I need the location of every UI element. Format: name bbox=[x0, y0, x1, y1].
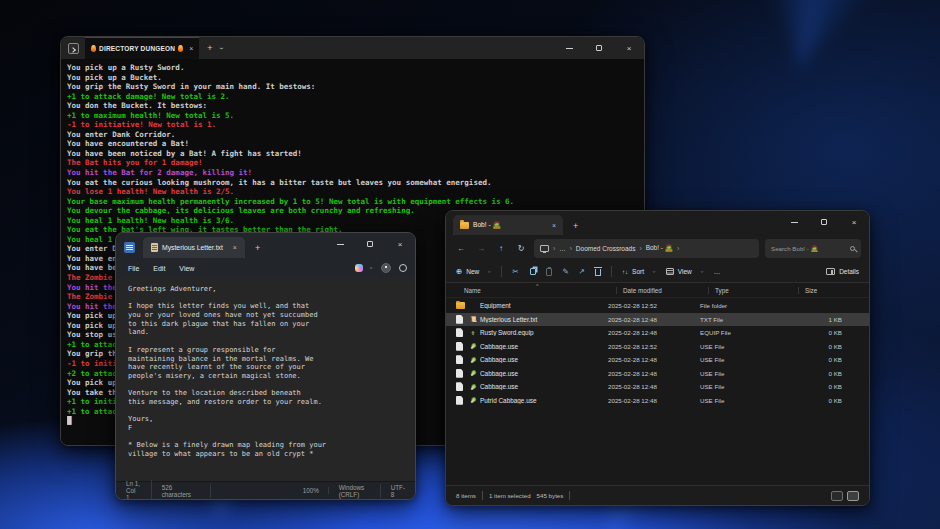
maximize-icon bbox=[367, 241, 373, 247]
forward-button[interactable]: → bbox=[474, 244, 488, 253]
close-button[interactable]: × bbox=[385, 233, 415, 255]
chevron-down-icon[interactable]: › bbox=[217, 47, 224, 49]
chevron-right-icon: › bbox=[570, 245, 572, 252]
close-button[interactable]: × bbox=[614, 37, 644, 59]
file-emoji: 🥬 bbox=[470, 357, 480, 363]
minimize-button[interactable] bbox=[325, 233, 355, 255]
file-name: Cabbage.use bbox=[480, 343, 608, 350]
tab-close-icon[interactable]: × bbox=[552, 222, 556, 229]
terminal-line: You grip the Rusty Sword in your main ha… bbox=[67, 82, 640, 92]
close-button[interactable]: × bbox=[839, 211, 869, 233]
terminal-line: You don the Bucket. It bestows: bbox=[67, 101, 640, 111]
details-button[interactable]: Details bbox=[839, 268, 859, 275]
breadcrumb[interactable]: › … › Doomed Crossroads › Bob! - 🧟 › bbox=[534, 239, 759, 258]
notepad-line: Venture to the location described beneat… bbox=[128, 389, 405, 398]
chevron-down-icon[interactable]: › bbox=[369, 267, 375, 269]
notepad-tab[interactable]: Mysterious Letter.txt × bbox=[143, 237, 245, 258]
menu-edit[interactable]: Edit bbox=[153, 265, 165, 272]
file-type: TXT File bbox=[700, 316, 790, 323]
new-icon[interactable]: ⊕ bbox=[456, 267, 462, 276]
file-row[interactable]: Equipment 2025-02-28 12:52 File folder bbox=[446, 299, 869, 313]
breadcrumb-item-current[interactable]: Bob! - 🧟 bbox=[646, 244, 673, 252]
paste-button[interactable] bbox=[546, 268, 552, 276]
explorer-tab[interactable]: Bob! - 🧟 × bbox=[453, 215, 563, 235]
breadcrumb-ellipsis[interactable]: … bbox=[559, 245, 566, 252]
file-emoji: 🥬 bbox=[470, 343, 480, 349]
sort-button[interactable]: Sort bbox=[632, 268, 644, 275]
file-emoji: 🥬 bbox=[470, 397, 480, 403]
file-row[interactable]: 🥬 Cabbage.use 2025-02-28 12:48 USE File … bbox=[446, 380, 869, 394]
minimize-icon bbox=[566, 48, 573, 49]
maximize-button[interactable] bbox=[355, 233, 385, 255]
breadcrumb-item[interactable]: Doomed Crossroads bbox=[576, 245, 636, 252]
up-button[interactable]: ↑ bbox=[494, 244, 508, 253]
file-row[interactable]: 🗡 Rusty Sword.equip 2025-02-28 12:48 EQU… bbox=[446, 326, 869, 340]
notepad-status-bar: Ln 1, Col 1 526 characters 100% Windows … bbox=[116, 481, 415, 499]
terminal-line: The Bat hits you for 1 damage! bbox=[67, 158, 640, 168]
file-row[interactable]: 🥬 Cabbage.use 2025-02-28 12:52 USE File … bbox=[446, 340, 869, 354]
file-type-icon bbox=[456, 355, 470, 364]
column-header-name[interactable]: Name ^ bbox=[464, 287, 616, 294]
notepad-line: I represent a group responsible for bbox=[128, 346, 405, 355]
explorer-toolbar: ⊕ New › ✂ ✎ ↗ ↑↓ Sort › View › … Details bbox=[446, 261, 869, 283]
column-header-type[interactable]: Type bbox=[708, 287, 798, 294]
new-tab-button[interactable]: + bbox=[255, 243, 260, 253]
file-row[interactable]: 🥬 Cabbage.use 2025-02-28 12:48 USE File … bbox=[446, 367, 869, 381]
explorer-tabbar[interactable]: Bob! - 🧟 × + × bbox=[446, 211, 869, 235]
delete-button[interactable] bbox=[595, 269, 601, 276]
cut-button[interactable]: ✂ bbox=[512, 267, 518, 276]
minimize-button[interactable] bbox=[779, 211, 809, 233]
notepad-titlebar[interactable]: Mysterious Letter.txt × + × bbox=[116, 233, 415, 258]
notepad-editor[interactable]: Greetings Adventurer,I hope this letter … bbox=[116, 278, 415, 481]
view-button[interactable]: View bbox=[678, 268, 692, 275]
account-avatar[interactable] bbox=[381, 263, 391, 273]
settings-gear-icon[interactable] bbox=[399, 264, 407, 272]
large-icons-view-toggle[interactable] bbox=[847, 491, 859, 501]
terminal-tab-title: DIRECTORY DUNGEON bbox=[99, 45, 175, 52]
file-name: Equipment bbox=[480, 302, 608, 309]
search-box[interactable] bbox=[765, 239, 861, 258]
fire-emoji-icon bbox=[178, 45, 183, 52]
notepad-line: Greetings Adventurer, bbox=[128, 285, 405, 294]
details-view-toggle[interactable] bbox=[831, 491, 843, 501]
copilot-icon[interactable] bbox=[355, 264, 363, 272]
search-input[interactable] bbox=[771, 245, 846, 252]
zoom-level[interactable]: 100% bbox=[293, 487, 329, 494]
maximize-button[interactable] bbox=[584, 37, 614, 59]
copy-button[interactable] bbox=[530, 268, 536, 275]
file-row[interactable]: 📜 Mysterious Letter.txt 2025-02-28 12:48… bbox=[446, 313, 869, 327]
terminal-titlebar[interactable]: DIRECTORY DUNGEON × + › × bbox=[61, 37, 644, 59]
column-header-size[interactable]: Size bbox=[798, 287, 856, 294]
tab-close-icon[interactable]: × bbox=[233, 244, 237, 251]
file-emoji: 🥬 bbox=[470, 370, 480, 376]
sort-ascending-icon: ^ bbox=[536, 283, 539, 289]
file-row[interactable]: 🥬 Putrid Cabbage.use 2025-02-28 12:48 US… bbox=[446, 394, 869, 408]
file-size: 0 KB bbox=[790, 356, 842, 363]
file-type-icon bbox=[456, 302, 470, 309]
file-row[interactable]: 🥬 Cabbage.use 2025-02-28 12:48 USE File … bbox=[446, 353, 869, 367]
file-size: 0 KB bbox=[790, 329, 842, 336]
character-count: 526 characters bbox=[152, 484, 211, 498]
more-options-button[interactable]: … bbox=[714, 268, 721, 275]
menu-file[interactable]: File bbox=[128, 265, 139, 272]
chevron-down-icon: › bbox=[700, 271, 706, 273]
new-tab-button[interactable]: + bbox=[573, 221, 578, 231]
chevron-down-icon: › bbox=[652, 271, 658, 273]
notepad-tab-title: Mysterious Letter.txt bbox=[162, 244, 223, 251]
new-button[interactable]: New bbox=[466, 268, 479, 275]
maximize-button[interactable] bbox=[809, 211, 839, 233]
terminal-tab[interactable]: DIRECTORY DUNGEON × bbox=[85, 37, 199, 59]
back-button[interactable]: ← bbox=[454, 244, 468, 253]
refresh-button[interactable]: ↻ bbox=[514, 244, 528, 253]
menu-view[interactable]: View bbox=[179, 265, 194, 272]
minimize-icon bbox=[337, 244, 344, 245]
minimize-icon bbox=[791, 222, 798, 223]
column-header-date[interactable]: Date modified bbox=[616, 287, 708, 294]
selection-bytes: 545 bytes bbox=[537, 492, 564, 499]
file-emoji: 📜 bbox=[470, 316, 480, 322]
minimize-button[interactable] bbox=[554, 37, 584, 59]
tab-close-icon[interactable]: × bbox=[189, 45, 193, 52]
new-tab-button[interactable]: + bbox=[207, 43, 212, 53]
share-button[interactable]: ↗ bbox=[579, 267, 585, 276]
rename-button[interactable]: ✎ bbox=[562, 267, 568, 276]
